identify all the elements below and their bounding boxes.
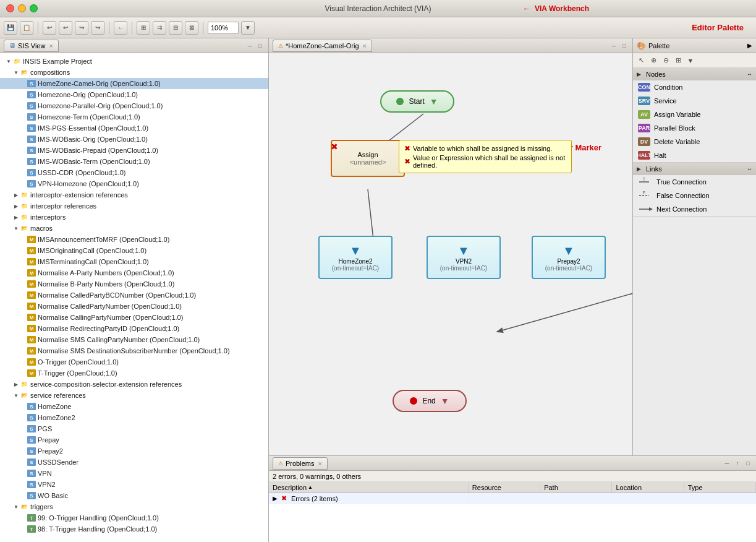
zoom-dropdown[interactable]: ▼	[241, 21, 255, 35]
palette-item-parallel-block[interactable]: PAR Parallel Block	[633, 121, 756, 135]
palette-item-next-connection[interactable]: Next Connection	[633, 202, 756, 216]
tree-item-ims-pgs[interactable]: ▶ S IMS-PGS-Essential (OpenCloud;1.0)	[0, 123, 268, 134]
tree-item-ussd-cdr[interactable]: ▶ S USSD-CDR (OpenCloud;1.0)	[0, 167, 268, 178]
editor-maximize-btn[interactable]: □	[620, 41, 629, 50]
problems-row-errors[interactable]: ▶ ✖ Errors (2 items)	[269, 493, 756, 504]
undo-button[interactable]: ↩	[43, 21, 56, 35]
editor-tab-close[interactable]: ×	[363, 42, 367, 49]
errors-expand-icon[interactable]: ▶	[273, 495, 278, 502]
node-assign[interactable]: Assign <unnamed>	[331, 140, 405, 177]
tree-sc-ext-folder[interactable]: ▶ 📁 service-composition-selector-extensi…	[0, 379, 268, 390]
tree-item-vpn2-ref[interactable]: ▶ S VPN2	[0, 479, 268, 490]
tree-item-t-trigger[interactable]: ▶ M T-Trigger (OpenCloud;1.0)	[0, 368, 268, 379]
node-prepay2[interactable]: ▼ Prepay2 (on-timeout=IAC)	[532, 236, 606, 279]
tree-item-wo-basic-ref[interactable]: ▶ S WO Basic	[0, 490, 268, 501]
palette-fit-btn[interactable]: ⊞	[673, 55, 684, 66]
back-button[interactable]: ←	[114, 21, 127, 35]
palette-settings-btn[interactable]: ▼	[685, 55, 696, 66]
node-start[interactable]: Start ▼	[380, 90, 454, 113]
ph-resource[interactable]: Resource	[469, 482, 540, 493]
arrange-button[interactable]: ⊞	[137, 21, 150, 35]
palette-links-header[interactable]: ▶ Links ↔	[633, 163, 756, 175]
redo2-button[interactable]: ↪	[91, 21, 104, 35]
palette-item-false-connection[interactable]: F False Connection	[633, 189, 756, 202]
layout-button[interactable]: ⊟	[169, 21, 182, 35]
tree-item-norm-called[interactable]: ▶ M Normalise CalledPartyNumber (OpenClo…	[0, 301, 268, 312]
editor-tab[interactable]: ⚠ *HomeZone-Camel-Orig ×	[273, 40, 372, 52]
tree-triggers-folder[interactable]: ▼ 📂 triggers	[0, 501, 268, 512]
tree-item-vpn-ref[interactable]: ▶ S VPN	[0, 468, 268, 479]
tree-item-prepay2-ref[interactable]: ▶ S Prepay2	[0, 445, 268, 457]
tree-item-prepay-ref[interactable]: ▶ S Prepay	[0, 434, 268, 445]
close-button[interactable]	[6, 4, 14, 12]
palette-zoom-in-btn[interactable]: ⊕	[648, 55, 659, 66]
problems-tab-close[interactable]: ×	[318, 460, 321, 467]
ph-path[interactable]: Path	[540, 482, 612, 493]
maximize-button[interactable]	[30, 4, 38, 12]
tree-item-ims-wobas[interactable]: ▶ S IMS-WOBasic-Orig (OpenCloud;1.0)	[0, 134, 268, 145]
tree-item-norm-b[interactable]: ▶ M Normalise B-Party Numbers (OpenCloud…	[0, 278, 268, 290]
tree-item-ims-wobas-term[interactable]: ▶ S IMS-WOBasic-Term (OpenCloud;1.0)	[0, 156, 268, 167]
tree-item-homezone-term[interactable]: ▶ S Homezone-Term (OpenCloud;1.0)	[0, 111, 268, 123]
sis-tab-close[interactable]: ×	[49, 42, 53, 49]
start-dropdown-icon[interactable]: ▼	[430, 97, 438, 106]
redo-button[interactable]: ↪	[75, 21, 88, 35]
minimize-button[interactable]	[18, 4, 26, 12]
layout2-button[interactable]: ⊠	[185, 21, 198, 35]
node-end[interactable]: End ▼	[393, 390, 467, 412]
tree-item-pgs-ref[interactable]: ▶ S PGS	[0, 423, 268, 434]
copy-button[interactable]: 📋	[20, 21, 33, 35]
palette-zoom-out-btn[interactable]: ⊖	[660, 55, 671, 66]
tree-item-ims-wobas-prepaid[interactable]: ▶ S IMS-WOBasic-Prepaid (OpenCloud;1.0)	[0, 145, 268, 156]
tree-item-norm-sms-dest[interactable]: ▶ M Normalise SMS DestinationSubscriberN…	[0, 345, 268, 356]
palette-item-assign-variable[interactable]: AV Assign Variable	[633, 108, 756, 121]
tree-item-ims-ann[interactable]: ▶ M IMSAnnouncementToMRF (OpenCloud;1.0)	[0, 234, 268, 245]
editor-minimize-btn[interactable]: ─	[609, 41, 618, 50]
palette-item-condition[interactable]: CON Condition	[633, 80, 756, 94]
nodes-collapse-icon[interactable]: ↔	[747, 71, 752, 77]
problems-restore-btn[interactable]: ↑	[733, 459, 742, 468]
tree-item-ims-orig[interactable]: ▶ M IMSOriginatingCall (OpenCloud;1.0)	[0, 245, 268, 256]
tree-item-98-t-trigger[interactable]: ▶ T 98: T-Trigger Handling (OpenCloud;1.…	[0, 523, 268, 535]
node-vpn2[interactable]: ▼ VPN2 (on-timeout=IAC)	[427, 236, 501, 279]
pr-desc-errors[interactable]: ▶ ✖ Errors (2 items)	[269, 494, 469, 502]
sis-view-tab[interactable]: 🖥 SIS View ×	[4, 40, 59, 52]
tree-item-99-o-trigger[interactable]: ▶ T 99: O-Trigger Handling (OpenCloud;1.…	[0, 512, 268, 523]
tree-item-ussd-ref[interactable]: ▶ S USSDSender	[0, 457, 268, 468]
palette-item-service[interactable]: SRV Service	[633, 94, 756, 108]
tree-interceptor-ext-folder[interactable]: ▶ 📁 interceptor-extension references	[0, 189, 268, 200]
tree-interceptor-folder[interactable]: ▶ 📁 interceptor references	[0, 200, 268, 212]
sis-maximize-btn[interactable]: □	[256, 41, 265, 50]
editor-canvas[interactable]: Start ▼ ✖ Assign <unnamed> ✖ Vari	[269, 53, 632, 455]
problems-minimize-btn[interactable]: ─	[723, 459, 731, 468]
tree-item-homezone-camel[interactable]: ▶ S HomeZone-Camel-Orig (OpenCloud;1.0)	[0, 78, 268, 89]
ph-location[interactable]: Location	[612, 482, 684, 493]
tree-item-homezone-orig[interactable]: ▶ S Homezone-Orig (OpenCloud;1.0)	[0, 89, 268, 100]
problems-maximize-btn[interactable]: □	[744, 459, 752, 468]
tree-item-norm-bcd[interactable]: ▶ M Normalise CalledPartyBCDNumber (Open…	[0, 290, 268, 301]
tree-item-norm-redir[interactable]: ▶ M Normalise RedirectingPartyID (OpenCl…	[0, 323, 268, 334]
palette-item-halt[interactable]: HALT Halt	[633, 148, 756, 162]
tree-item-o-trigger[interactable]: ▶ M O-Trigger (OpenCloud;1.0)	[0, 356, 268, 368]
links-collapse-icon[interactable]: ↔	[747, 166, 752, 172]
node-homezone2[interactable]: ▼ HomeZone2 (on-timeout=IAC)	[318, 236, 393, 279]
palette-item-true-connection[interactable]: T True Connection	[633, 175, 756, 189]
palette-nodes-header[interactable]: ▶ Nodes ↔	[633, 68, 756, 80]
connect-button[interactable]: ⇉	[153, 21, 166, 35]
palette-expand-btn[interactable]: ▶	[747, 42, 752, 49]
problems-tab[interactable]: ⚠ Problems ×	[273, 457, 328, 470]
tree-item-homezone-ref[interactable]: ▶ S HomeZone	[0, 401, 268, 412]
tree-item-norm-sms-calling[interactable]: ▶ M Normalise SMS CallingPartyNumber (Op…	[0, 334, 268, 345]
end-dropdown-icon[interactable]: ▼	[441, 396, 449, 406]
tree-macros-folder[interactable]: ▼ 📂 macros	[0, 223, 268, 234]
palette-item-delete-variable[interactable]: DV Delete Variable	[633, 135, 756, 148]
tree-interceptors-folder[interactable]: ▶ 📁 interceptors	[0, 212, 268, 223]
ph-description[interactable]: Description ▲	[269, 482, 469, 493]
tree-compositions-folder[interactable]: ▼ 📂 compositions	[0, 67, 268, 78]
tree-item-norm-calling[interactable]: ▶ M Normalise CallingPartyNumber (OpenCl…	[0, 312, 268, 323]
tree-item-homezone-parallel[interactable]: ▶ S Homezone-Parallel-Orig (OpenCloud;1.…	[0, 100, 268, 111]
undo2-button[interactable]: ↩	[59, 21, 72, 35]
tree-service-refs-folder[interactable]: ▼ 📂 service references	[0, 390, 268, 401]
tree-item-ims-term[interactable]: ▶ M IMSTerminatingCall (OpenCloud;1.0)	[0, 256, 268, 267]
tree-project-root[interactable]: ▼ 📁 INSIS Example Project	[0, 56, 268, 67]
